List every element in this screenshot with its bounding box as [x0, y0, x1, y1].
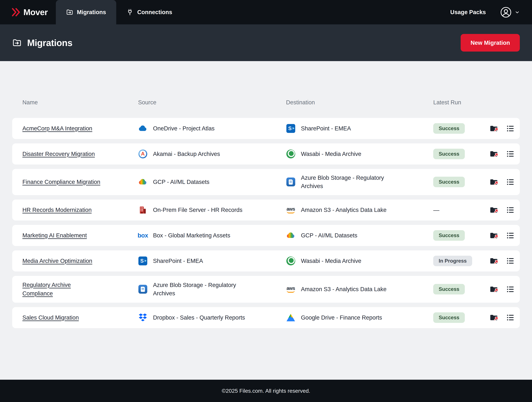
latest-run-cell: — [433, 207, 490, 214]
usage-packs-link[interactable]: Usage Packs [450, 9, 486, 16]
column-header-latest-run: Latest Run [433, 99, 490, 106]
logs-icon[interactable] [506, 124, 515, 133]
wasabi-icon [286, 149, 296, 159]
logs-icon[interactable] [506, 206, 515, 214]
source-label: Akamai - Backup Archives [153, 150, 220, 158]
onprem-icon [138, 205, 148, 215]
primary-nav: Migrations Connections [56, 0, 182, 24]
name-cell: Finance Compliance Migration [22, 178, 138, 186]
run-migration-icon[interactable] [490, 206, 499, 214]
run-migration-icon[interactable] [490, 257, 499, 265]
migration-name-link[interactable]: HR Records Modernization [22, 206, 92, 214]
destination-label: Wasabi - Media Archive [301, 257, 361, 265]
table-body: AcmeCorp M&A Integration OneDrive - Proj… [12, 118, 520, 328]
app: Mover Migrations Connections Usage Packs [0, 0, 532, 402]
chevron-down-icon [515, 10, 520, 15]
gcp-icon [138, 177, 148, 187]
logs-icon[interactable] [506, 178, 515, 186]
status-badge: Success [433, 230, 465, 241]
top-nav: Mover Migrations Connections Usage Packs [0, 0, 532, 24]
nav-right: Usage Packs [450, 0, 520, 24]
logs-icon[interactable] [506, 150, 515, 158]
latest-run-cell: Success [433, 177, 490, 187]
logs-icon[interactable] [506, 257, 515, 265]
account-menu-button[interactable] [500, 6, 520, 18]
migration-name-link[interactable]: Marketing AI Enablement [22, 231, 87, 240]
sharepoint-icon: S [286, 124, 296, 133]
destination-cell: Wasabi - Media Archive [286, 149, 433, 159]
gdrive-icon [286, 313, 296, 322]
run-migration-icon[interactable] [490, 150, 499, 158]
migrations-list: Name Source Destination Latest Run AcmeC… [0, 61, 532, 380]
logs-icon[interactable] [506, 285, 515, 294]
new-migration-button[interactable]: New Migration [461, 34, 520, 51]
source-label: Box - Global Marketing Assets [153, 231, 230, 240]
run-migration-icon[interactable] [490, 285, 499, 294]
aws-icon: aws [286, 205, 296, 215]
table-row: HR Records Modernization On-Prem File Se… [12, 199, 520, 221]
source-cell: S SharePoint - EMEA [138, 256, 286, 266]
source-cell: A Akamai - Backup Archives [138, 149, 286, 159]
source-cell: Dropbox - Sales - Quarterly Reports [138, 313, 286, 322]
logs-icon[interactable] [506, 313, 515, 322]
nav-item-migrations[interactable]: Migrations [56, 0, 116, 24]
nav-item-label: Migrations [77, 9, 106, 16]
status-badge: Success [433, 149, 465, 159]
latest-run-cell: Success [433, 284, 490, 294]
run-migration-icon[interactable] [490, 231, 499, 240]
destination-label: GCP - AI/ML Datasets [301, 231, 357, 240]
migration-name-link[interactable]: Sales Cloud Migration [22, 313, 79, 322]
destination-label: Amazon S3 - Analytics Data Lake [301, 285, 386, 293]
destination-cell: Google Drive - Finance Reports [286, 313, 433, 322]
brand-name: Mover [23, 7, 48, 17]
source-cell: On-Prem File Server - HR Records [138, 205, 286, 215]
migration-name-link[interactable]: AcmeCorp M&A Integration [22, 124, 92, 133]
aws-icon: aws [286, 285, 296, 294]
status-badge: Success [433, 177, 465, 187]
table-row: Media Archive Optimization S SharePoint … [12, 250, 520, 271]
status-badge: Success [433, 284, 465, 294]
destination-cell: aws Amazon S3 - Analytics Data Lake [286, 205, 433, 215]
source-label: On-Prem File Server - HR Records [153, 206, 242, 214]
latest-run-cell: In Progress [433, 256, 490, 266]
source-cell: GCP - AI/ML Datasets [138, 177, 286, 187]
onedrive-icon [138, 124, 148, 133]
migration-name-link[interactable]: Media Archive Optimization [22, 257, 92, 265]
logs-icon[interactable] [506, 231, 515, 240]
destination-cell: Azure Blob Storage - Regulatory Archives [286, 174, 433, 190]
source-cell: OneDrive - Project Atlas [138, 124, 286, 133]
source-label: OneDrive - Project Atlas [153, 124, 215, 133]
status-badge: Success [433, 312, 465, 323]
name-cell: Marketing AI Enablement [22, 231, 138, 240]
status-badge: In Progress [433, 256, 472, 266]
actions-cell [490, 206, 515, 214]
page-header-left: Migrations [12, 38, 72, 48]
run-migration-icon[interactable] [490, 313, 499, 322]
migration-name-link[interactable]: Disaster Recovery Migration [22, 150, 95, 158]
latest-run-cell: Success [433, 312, 490, 323]
run-migration-icon[interactable] [490, 124, 499, 133]
status-badge: Success [433, 123, 465, 134]
actions-cell [490, 257, 515, 265]
destination-label: Wasabi - Media Archive [301, 150, 361, 158]
destination-label: Amazon S3 - Analytics Data Lake [301, 206, 386, 214]
name-cell: AcmeCorp M&A Integration [22, 124, 138, 133]
migration-name-link[interactable]: Finance Compliance Migration [22, 178, 100, 186]
sharepoint-icon: S [138, 256, 148, 266]
destination-label: Azure Blob Storage - Regulatory Archives [301, 174, 403, 190]
destination-cell: S SharePoint - EMEA [286, 124, 433, 133]
latest-run-cell: Success [433, 123, 490, 134]
azure-icon [138, 285, 148, 294]
migration-name-link[interactable]: Regulatory Archive Compliance [22, 281, 101, 298]
table-row: Finance Compliance Migration GCP - AI/ML… [12, 169, 520, 195]
brand-link[interactable]: Mover [11, 0, 48, 24]
table-row: Marketing AI Enablement box Box - Global… [12, 225, 520, 246]
destination-cell: aws Amazon S3 - Analytics Data Lake [286, 285, 433, 294]
user-avatar-icon [500, 6, 512, 18]
table-row: Disaster Recovery Migration A Akamai - B… [12, 143, 520, 165]
run-migration-icon[interactable] [490, 178, 499, 186]
actions-cell [490, 313, 515, 322]
nav-item-connections[interactable]: Connections [116, 0, 182, 24]
mover-logo-icon [11, 8, 20, 17]
name-cell: Regulatory Archive Compliance [22, 281, 138, 298]
